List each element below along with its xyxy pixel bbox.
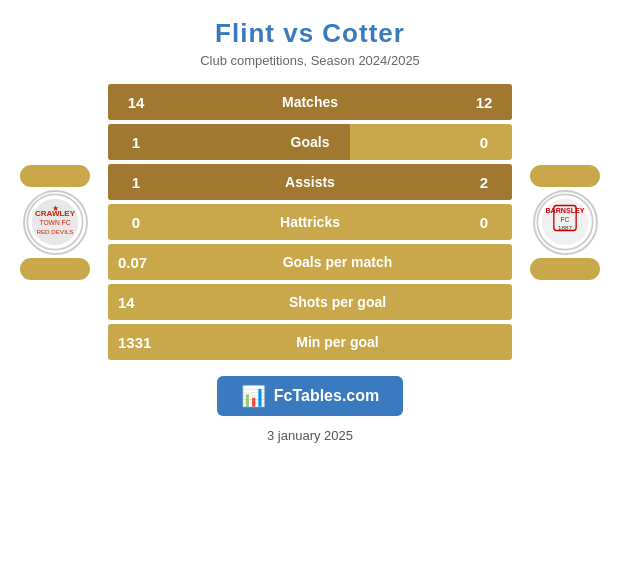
right-bottom-pill (530, 258, 600, 280)
matches-right-val: 12 (462, 94, 512, 111)
right-team-badge: BARNSLEY FC 1887 (533, 190, 598, 255)
right-team-logo-area: BARNSLEY FC 1887 (520, 162, 610, 283)
goals-per-match-val: 0.07 (118, 254, 173, 271)
svg-text:BARNSLEY: BARNSLEY (545, 207, 584, 215)
left-team-badge: CRAWLEY TOWN FC RED DEVILS ★ (23, 190, 88, 255)
svg-text:TOWN FC: TOWN FC (39, 219, 70, 226)
stats-container: 14 Matches 12 1 Goals 0 1 Assists 2 (100, 84, 520, 360)
min-per-goal-row: 1331 Min per goal (108, 324, 512, 360)
matches-left-val: 14 (108, 94, 158, 111)
fctables-text: FcTables.com (274, 387, 380, 405)
goals-left-val: 1 (108, 134, 158, 151)
main-area: CRAWLEY TOWN FC RED DEVILS ★ 14 Matches … (0, 74, 620, 360)
fctables-banner[interactable]: 📊 FcTables.com (217, 376, 404, 416)
match-title: Flint vs Cotter (200, 18, 420, 49)
matches-label: Matches (282, 94, 338, 110)
matches-row: 14 Matches 12 (108, 84, 512, 120)
min-per-goal-label: Min per goal (173, 334, 502, 350)
left-bottom-pill (20, 258, 90, 280)
fctables-icon: 📊 (241, 384, 266, 408)
match-subtitle: Club competitions, Season 2024/2025 (200, 53, 420, 68)
shots-per-goal-label: Shots per goal (173, 294, 502, 310)
left-team-logo-area: CRAWLEY TOWN FC RED DEVILS ★ (10, 162, 100, 283)
hattricks-row: 0 Hattricks 0 (108, 204, 512, 240)
goals-row: 1 Goals 0 (108, 124, 512, 160)
barnsley-badge-svg: BARNSLEY FC 1887 (536, 193, 594, 251)
goals-per-match-label: Goals per match (173, 254, 502, 270)
svg-text:RED DEVILS: RED DEVILS (36, 228, 73, 235)
date-footer: 3 january 2025 (267, 428, 353, 443)
assists-right-val: 2 (462, 174, 512, 191)
assists-left-val: 1 (108, 174, 158, 191)
hattricks-left-val: 0 (108, 214, 158, 231)
crawley-badge-svg: CRAWLEY TOWN FC RED DEVILS ★ (26, 193, 84, 251)
assists-label: Assists (285, 174, 335, 190)
hattricks-right-val: 0 (462, 214, 512, 231)
min-per-goal-val: 1331 (118, 334, 173, 351)
hattricks-label-container: Hattricks (158, 214, 462, 230)
assists-row: 1 Assists 2 (108, 164, 512, 200)
header: Flint vs Cotter Club competitions, Seaso… (200, 0, 420, 74)
goals-label: Goals (291, 134, 330, 150)
right-top-pill (530, 165, 600, 187)
svg-text:★: ★ (52, 204, 59, 213)
shots-per-goal-val: 14 (118, 294, 173, 311)
left-top-pill (20, 165, 90, 187)
shots-per-goal-row: 14 Shots per goal (108, 284, 512, 320)
svg-text:FC: FC (561, 216, 570, 223)
goals-right-val: 0 (462, 134, 512, 151)
hattricks-label: Hattricks (280, 214, 340, 230)
goals-per-match-row: 0.07 Goals per match (108, 244, 512, 280)
